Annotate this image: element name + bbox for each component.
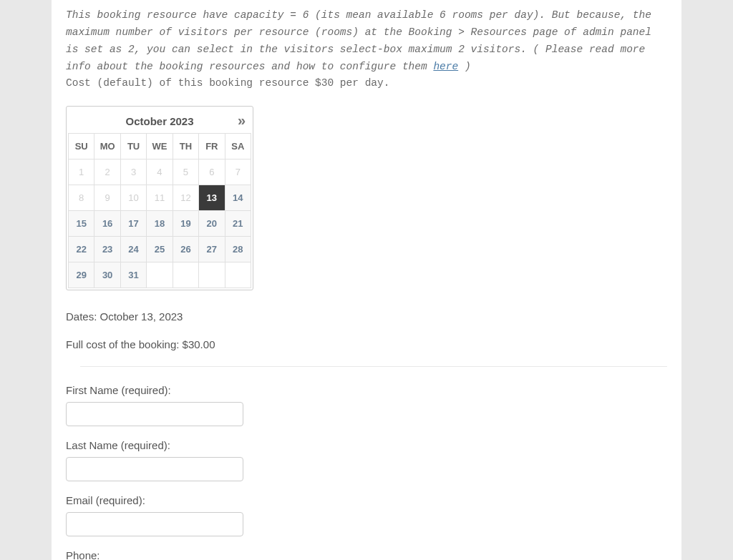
full-cost: Full cost of the booking: $30.00 [66, 338, 667, 350]
first-name-label: First Name (required): [66, 384, 667, 396]
cost-note: Cost (default) of this booking resource … [66, 77, 667, 89]
calendar-day[interactable]: 26 [173, 236, 198, 262]
calendar-next-month-icon[interactable]: » [238, 112, 246, 129]
calendar-day[interactable]: 19 [173, 210, 198, 236]
calendar-day[interactable]: 16 [94, 210, 120, 236]
phone-label: Phone: [66, 549, 667, 560]
calendar-week-row: 15161718192021 [69, 210, 251, 236]
calendar-day: 2 [94, 159, 120, 185]
calendar-day[interactable]: 13 [199, 185, 225, 210]
email-input[interactable] [66, 512, 243, 536]
dow-sa: SA [225, 133, 251, 159]
intro-text-before: This booking resource have capacity = 6 … [66, 9, 651, 72]
last-name-group: Last Name (required): [66, 439, 667, 481]
calendar-day: 7 [225, 159, 251, 185]
selected-dates: Dates: October 13, 2023 [66, 310, 667, 323]
calendar-day [199, 262, 225, 288]
first-name-input[interactable] [66, 402, 243, 426]
calendar-day: 10 [120, 185, 146, 210]
calendar-day [173, 262, 198, 288]
email-label: Email (required): [66, 494, 667, 506]
dow-tu: TU [120, 133, 146, 159]
calendar-day: 11 [147, 185, 173, 210]
calendar-week-row: 891011121314 [69, 185, 251, 210]
calendar-header: October 2023 » [68, 108, 251, 133]
calendar-day[interactable]: 28 [225, 236, 251, 262]
dow-we: WE [147, 133, 173, 159]
calendar-grid: SU MO TU WE TH FR SA 1234567891011121314… [68, 133, 251, 288]
calendar-day[interactable]: 14 [225, 185, 251, 210]
divider [80, 366, 667, 367]
intro-text-after: ) [458, 61, 470, 72]
calendar-week-row: 1234567 [69, 159, 251, 185]
calendar-day [225, 262, 251, 288]
intro-note: This booking resource have capacity = 6 … [66, 7, 667, 76]
calendar-week-row: 22232425262728 [69, 236, 251, 262]
calendar-day[interactable]: 20 [199, 210, 225, 236]
dow-su: SU [69, 133, 94, 159]
calendar-day: 4 [147, 159, 173, 185]
dow-mo: MO [94, 133, 120, 159]
calendar-day[interactable]: 25 [147, 236, 173, 262]
calendar-day: 5 [173, 159, 198, 185]
calendar-day: 3 [120, 159, 146, 185]
calendar-day[interactable]: 17 [120, 210, 146, 236]
calendar-week-row: 293031 [69, 262, 251, 288]
calendar-day: 8 [69, 185, 94, 210]
calendar-day [147, 262, 173, 288]
calendar-day[interactable]: 22 [69, 236, 94, 262]
calendar-dow-row: SU MO TU WE TH FR SA [69, 133, 251, 159]
calendar-day[interactable]: 18 [147, 210, 173, 236]
booking-page: This booking resource have capacity = 6 … [52, 0, 681, 560]
dow-th: TH [173, 133, 198, 159]
calendar-day[interactable]: 31 [120, 262, 146, 288]
calendar-day[interactable]: 24 [120, 236, 146, 262]
calendar-day: 9 [94, 185, 120, 210]
calendar-day[interactable]: 27 [199, 236, 225, 262]
calendar-day[interactable]: 30 [94, 262, 120, 288]
calendar-day: 6 [199, 159, 225, 185]
calendar-day[interactable]: 23 [94, 236, 120, 262]
last-name-label: Last Name (required): [66, 439, 667, 451]
dow-fr: FR [199, 133, 225, 159]
calendar-title: October 2023 [125, 115, 193, 127]
calendar-day: 12 [173, 185, 198, 210]
last-name-input[interactable] [66, 457, 243, 481]
calendar-day[interactable]: 21 [225, 210, 251, 236]
calendar-day: 1 [69, 159, 94, 185]
phone-group: Phone: [66, 549, 667, 560]
config-link[interactable]: here [433, 61, 458, 72]
calendar-widget: October 2023 » SU MO TU WE TH FR SA 1234… [66, 106, 253, 290]
calendar-day[interactable]: 29 [69, 262, 94, 288]
calendar-day[interactable]: 15 [69, 210, 94, 236]
first-name-group: First Name (required): [66, 384, 667, 426]
email-group: Email (required): [66, 494, 667, 536]
